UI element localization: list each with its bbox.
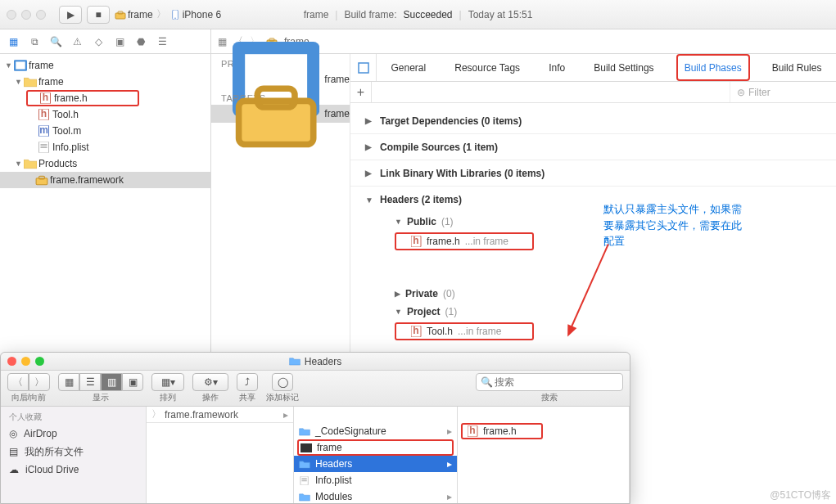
phase-link-binary[interactable]: ▶Link Binary With Libraries (0 items) [350, 160, 836, 187]
breakpoint-navigator-icon[interactable]: ⬣ [134, 35, 147, 48]
phase-headers[interactable]: ▼Headers (2 items) [350, 187, 836, 213]
nav-file-label: Tool.m [52, 125, 81, 137]
phase-target-dependencies[interactable]: ▶Target Dependencies (0 items) [350, 108, 836, 134]
nav-group-label: Products [38, 158, 77, 169]
status-project: frame [304, 9, 329, 20]
headers-project[interactable]: ▼Project(1) [395, 303, 836, 321]
zoom-icon[interactable] [35, 357, 44, 366]
nav-file-label: Info.plist [52, 142, 89, 153]
stop-button[interactable]: ■ [87, 6, 110, 24]
coverflow-view-button[interactable]: ▣ [122, 373, 143, 391]
file-row-frame[interactable]: frame [297, 439, 454, 456]
headers-public-file[interactable]: frame.h...in frame [395, 232, 534, 250]
column-view-button[interactable]: ▥ [101, 373, 122, 391]
target-name: frame [324, 108, 350, 119]
filter-placeholder: Filter [748, 87, 770, 98]
file-row-infoplist[interactable]: Info.plist [294, 472, 457, 488]
h-file-icon [411, 236, 422, 247]
symbol-navigator-icon[interactable]: ⧉ [28, 35, 41, 48]
tab-resource-tags[interactable]: Resource Tags [448, 54, 526, 81]
arrange-button[interactable]: ▦▾ [151, 373, 184, 391]
test-navigator-icon[interactable]: ◇ [92, 35, 105, 48]
phase-label: Headers (2 items) [380, 194, 462, 205]
file-name: frame [317, 442, 342, 453]
share-label: 共享 [239, 392, 255, 403]
debug-navigator-icon[interactable]: ▣ [113, 35, 126, 48]
nav-root[interactable]: ▼frame [0, 57, 210, 74]
finder-column-1: 〉frame.framework▸ [147, 407, 294, 503]
arrange-button-group: ▦▾ 排列 [151, 373, 184, 403]
issue-navigator-icon[interactable]: ⚠ [70, 35, 84, 48]
add-phase-button[interactable]: + [350, 82, 372, 102]
nav-group-frame[interactable]: ▼frame [0, 74, 210, 90]
phase-compile-sources[interactable]: ▶Compile Sources (1 item) [350, 134, 836, 160]
h-file-icon [38, 109, 51, 120]
status-build-label: Build frame: [344, 9, 396, 20]
search-input[interactable] [476, 373, 623, 391]
sidebar-item-label: 我的所有文件 [25, 445, 84, 459]
nav-file-info-plist[interactable]: Info.plist [0, 139, 210, 155]
share-button[interactable]: ⤴ [237, 373, 258, 391]
nav-product-framework[interactable]: ▶frame.framework [0, 172, 210, 188]
search-icon: 🔍 [481, 376, 493, 388]
file-row-frame-h[interactable]: frame.h [461, 423, 543, 439]
close-icon[interactable] [7, 357, 16, 366]
minimize-window-icon[interactable] [21, 10, 31, 20]
headers-private[interactable]: ▶Private(0) [395, 285, 836, 303]
icon-view-button[interactable]: ▦ [58, 373, 79, 391]
project-navigator-icon[interactable]: ▦ [7, 35, 20, 48]
nav-file-label: frame.framework [50, 174, 124, 186]
nav-file-tool-m[interactable]: Tool.m [0, 123, 210, 139]
project-editor-icon[interactable] [350, 54, 377, 81]
filter-field[interactable]: ⊜Filter [730, 82, 828, 102]
minimize-icon[interactable] [21, 357, 30, 366]
run-button[interactable]: ▶ [59, 6, 82, 24]
close-window-icon[interactable] [7, 10, 16, 20]
plist-icon [299, 476, 310, 485]
section-count: (0) [443, 288, 455, 299]
file-suffix: ...in frame [458, 326, 501, 337]
tab-build-phases[interactable]: Build Phases [676, 54, 750, 81]
action-button[interactable]: ⚙▾ [192, 373, 228, 391]
list-view-button[interactable]: ☰ [79, 373, 101, 391]
build-phases-list: ▶Target Dependencies (0 items) ▶Compile … [350, 103, 836, 347]
allfiles-icon: ▤ [9, 446, 18, 457]
nav-file-tool-h[interactable]: Tool.h [0, 106, 210, 123]
finder-column-2: x _CodeSignature▸ frame Headers▸ Info.pl… [294, 407, 458, 503]
scheme-selector[interactable]: frame 〉 iPhone 6 [115, 7, 221, 21]
sidebar-item-label: iCloud Drive [25, 464, 79, 475]
file-row-headers[interactable]: Headers▸ [294, 456, 457, 472]
nav-group-products[interactable]: ▼Products [0, 155, 210, 172]
tab-info[interactable]: Info [542, 54, 572, 81]
related-items-icon[interactable]: ▦ [218, 36, 227, 47]
h-file-icon [411, 326, 422, 337]
headers-project-file[interactable]: Tool.h...in frame [395, 322, 534, 340]
h-file-icon [468, 425, 478, 437]
sidebar-item-allfiles[interactable]: ▤我的所有文件 [1, 443, 146, 461]
watermark: @51CTO博客 [770, 488, 831, 502]
nav-file-frame-h[interactable]: frame.h [26, 90, 139, 106]
forward-button[interactable]: 〉 [29, 373, 50, 391]
activity-view: frame | Build frame: Succeeded | Today a… [304, 9, 533, 20]
path-bar[interactable]: 〉frame.framework▸ [147, 407, 293, 423]
sidebar-item-icloud[interactable]: ☁iCloud Drive [1, 461, 146, 479]
finder-title: Headers [289, 356, 341, 367]
target-row[interactable]: frame [211, 105, 350, 123]
tab-build-settings[interactable]: Build Settings [587, 54, 660, 81]
tags-button[interactable]: ◯ [272, 373, 293, 391]
report-navigator-icon[interactable]: ☰ [156, 35, 169, 48]
file-row-codesig[interactable]: _CodeSignature▸ [294, 423, 457, 439]
find-navigator-icon[interactable]: 🔍 [49, 35, 62, 48]
zoom-window-icon[interactable] [36, 10, 46, 20]
back-button[interactable]: 〈 [7, 373, 29, 391]
file-name: frame.h [427, 236, 460, 247]
project-name: frame [324, 74, 350, 85]
finder-sidebar: 个人收藏 ◎AirDrop ▤我的所有文件 ☁iCloud Drive [1, 407, 147, 503]
tab-build-rules[interactable]: Build Rules [766, 54, 829, 81]
tab-general[interactable]: General [385, 54, 433, 81]
file-row-modules[interactable]: Modules▸ [294, 488, 457, 503]
path-item: frame.framework [165, 409, 238, 421]
sidebar-item-airdrop[interactable]: ◎AirDrop [1, 425, 146, 443]
nav-root-label: frame [29, 60, 54, 71]
finder-titlebar[interactable]: Headers [1, 353, 630, 371]
